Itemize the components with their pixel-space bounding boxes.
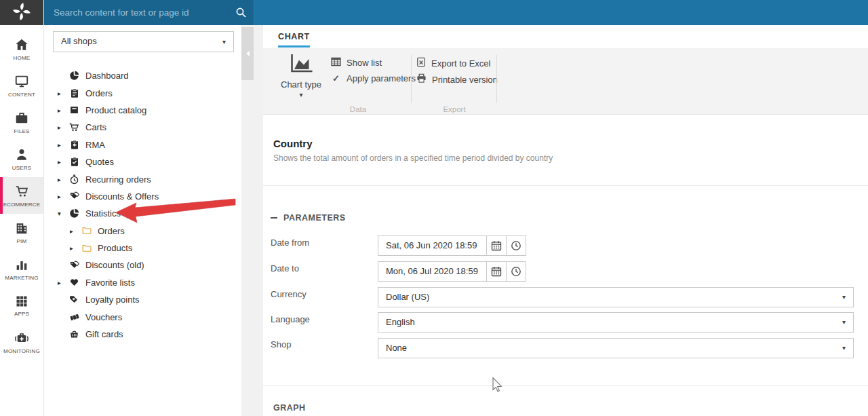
rail-item-content[interactable]: CONTENT <box>0 67 43 104</box>
home-icon <box>14 37 29 52</box>
content-panel: CHART Chart type ▾ Show list ✓ Apply par… <box>263 25 868 416</box>
tree-item-label: Orders <box>85 88 113 98</box>
shop-selector[interactable]: All shops ▾ <box>53 31 234 52</box>
rail-item-users[interactable]: USERS <box>0 140 43 177</box>
tree-item-quotes[interactable]: ▸ Quotes <box>43 153 241 170</box>
folder-icon <box>81 225 92 236</box>
tree-item-statistics-orders[interactable]: ▸ Orders <box>43 223 241 240</box>
shopping-cart-icon <box>14 184 30 199</box>
printer-icon <box>416 73 427 86</box>
expander-expanded-icon[interactable]: ▾ <box>58 210 68 217</box>
tree-item-recurring-orders[interactable]: ▸ Recurring orders <box>43 170 241 187</box>
tree-item-statistics-products[interactable]: ▸ Products <box>43 240 241 257</box>
search-bar <box>43 0 254 25</box>
tree-item-vouchers[interactable]: Vouchers <box>43 308 241 325</box>
search-input[interactable] <box>43 0 235 25</box>
chevron-down-icon: ▾ <box>842 294 846 301</box>
expander-collapsed-icon[interactable]: ▸ <box>58 158 68 166</box>
tree-item-label: Favorite lists <box>85 278 135 288</box>
sidebar-collapse-handle[interactable] <box>241 27 254 80</box>
tree-item-statistics[interactable]: ▾ Statistics <box>43 205 241 222</box>
ribbon-separator <box>411 55 412 103</box>
tree-item-dashboard[interactable]: Dashboard <box>43 67 241 84</box>
tab-chart[interactable]: CHART <box>278 32 310 48</box>
tag-heart-icon <box>68 295 80 305</box>
shop-select[interactable]: None ▾ <box>378 338 854 358</box>
area-chart-icon <box>289 64 313 76</box>
top-bar-spacer <box>254 0 868 25</box>
rail-item-label: FILES <box>14 128 29 134</box>
clock-icon[interactable] <box>507 261 526 282</box>
language-value: English <box>386 317 415 327</box>
clock-icon[interactable] <box>507 235 526 256</box>
rail-item-label: ECOMMERCE <box>3 202 41 208</box>
table-icon <box>331 57 341 69</box>
graph-section-header[interactable]: GRAPH <box>273 403 306 413</box>
rail-item-apps[interactable]: APPS <box>0 287 43 324</box>
clipboard-icon <box>68 88 80 98</box>
export-to-excel-button[interactable]: Export to Excel <box>416 57 490 69</box>
expander-collapsed-icon[interactable]: ▸ <box>58 193 68 200</box>
rail-item-ecommerce[interactable]: ECOMMERCE <box>0 177 43 214</box>
show-list-button[interactable]: Show list <box>331 57 382 69</box>
tree-item-discounts-old[interactable]: Discounts (old) <box>43 257 241 273</box>
clipboard-return-icon <box>68 139 80 150</box>
rail-item-home[interactable]: HOME <box>0 31 43 67</box>
apply-parameters-button[interactable]: ✓ Apply parameters <box>331 73 416 83</box>
tree-item-label: Gift cards <box>85 329 123 339</box>
tree-item-label: Product catalog <box>85 105 146 115</box>
tree-item-favorite-lists[interactable]: ▸ Favorite lists <box>43 274 241 291</box>
date-to-label: Date to <box>271 263 299 273</box>
graph-section-label: GRAPH <box>273 403 306 413</box>
parameters-section-header[interactable]: PARAMETERS <box>271 213 346 223</box>
rail-item-monitoring[interactable]: MONITORING <box>0 324 43 360</box>
printable-version-button[interactable]: Printable version <box>416 73 498 86</box>
expander-collapsed-icon[interactable]: ▸ <box>58 90 68 97</box>
calendar-icon[interactable] <box>487 261 507 282</box>
tab-bar: CHART <box>263 25 868 48</box>
pie-chart-icon <box>68 208 80 219</box>
chart-type-button[interactable]: Chart type ▾ <box>273 54 330 109</box>
app-logo[interactable] <box>0 0 43 25</box>
tags-icon <box>68 191 80 202</box>
tags-icon <box>68 260 80 271</box>
cart-icon <box>68 122 80 133</box>
sidebar-tree: Dashboard ▸ Orders ▸ Product catalog ▸ C… <box>43 67 241 343</box>
expander-collapsed-icon[interactable]: ▸ <box>58 124 68 131</box>
tree-item-label: Quotes <box>85 157 114 167</box>
rail-item-label: MARKETING <box>5 275 38 281</box>
tree-item-discounts-offers[interactable]: ▸ Discounts & Offers <box>43 188 241 205</box>
user-icon <box>14 147 29 162</box>
rail-item-label: USERS <box>12 165 32 171</box>
expander-collapsed-icon[interactable]: ▸ <box>58 279 68 286</box>
printable-version-label: Printable version <box>432 75 498 85</box>
rail-item-pim[interactable]: PIM <box>0 214 43 250</box>
calendar-icon[interactable] <box>487 235 507 256</box>
tree-item-carts[interactable]: ▸ Carts <box>43 119 241 136</box>
tree-item-gift-cards[interactable]: Gift cards <box>43 326 241 343</box>
tree-item-rma[interactable]: ▸ RMA <box>43 136 241 153</box>
page-title: Country <box>273 138 313 149</box>
sana-pinwheel-icon <box>12 1 32 24</box>
rail-item-marketing[interactable]: MARKETING <box>0 250 43 287</box>
check-icon: ✓ <box>331 73 341 83</box>
currency-select[interactable]: Dollar (US) ▾ <box>378 287 854 307</box>
tree-item-loyalty-points[interactable]: Loyalty points <box>43 291 241 308</box>
search-icon[interactable] <box>235 7 247 21</box>
tree-item-product-catalog[interactable]: ▸ Product catalog <box>43 102 241 119</box>
date-from-label: Date from <box>271 238 309 248</box>
expander-collapsed-icon[interactable]: ▸ <box>58 141 68 149</box>
expander-collapsed-icon[interactable]: ▸ <box>70 227 81 235</box>
date-to-input[interactable]: Mon, 06 Jul 2020 18:59 <box>378 261 487 282</box>
language-select[interactable]: English ▾ <box>378 312 854 333</box>
date-from-input[interactable]: Sat, 06 Jun 2020 18:59 <box>378 235 487 256</box>
tree-item-orders[interactable]: ▸ Orders <box>43 84 241 101</box>
rail-item-files[interactable]: FILES <box>0 104 43 140</box>
expander-collapsed-icon[interactable]: ▸ <box>58 176 68 183</box>
expander-collapsed-icon[interactable]: ▸ <box>70 244 81 252</box>
bar-chart-icon <box>14 257 29 272</box>
ribbon-separator <box>496 55 497 103</box>
clipboard-check-icon <box>68 157 80 168</box>
chevron-left-icon <box>246 51 250 56</box>
expander-collapsed-icon[interactable]: ▸ <box>58 107 68 114</box>
